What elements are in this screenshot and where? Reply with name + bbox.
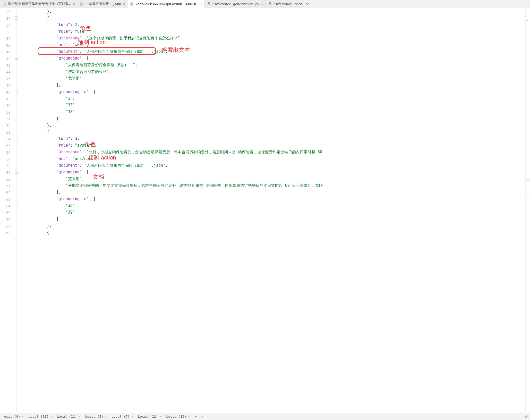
code-line: { [19,15,525,21]
terminal-tab[interactable]: Local (7)× [109,414,135,419]
terminal-overflow-button[interactable] [199,414,206,419]
code-line: { [19,229,525,236]
code-line: "role": "user", [19,28,525,35]
fold-gutter [14,8,18,413]
close-icon[interactable]: × [160,415,162,418]
code-line: }, [19,122,525,129]
fold-toggle[interactable] [15,171,18,174]
json-file-icon: {} [3,2,7,6]
ide-window: {} 国寿销售精英团体养老年金保险（万能型）.json × {} 中华尊终身寿险… [0,0,530,420]
svg-point-9 [270,3,272,5]
code-line: "grounding": [ [19,169,525,175]
close-icon[interactable]: × [50,415,52,418]
code-line: "您对本合同拥有的权利", [19,68,525,75]
python-file-icon [207,2,211,6]
expand-icon[interactable]: ⤢ [525,414,528,419]
close-icon[interactable]: × [188,415,190,418]
code-line: "document": "人保寿险百万身价两全保险（B款） .json", [19,162,525,169]
code-line: "utterance": "这个分期付的话，如果我忘记交保险费了会怎么样？", [19,35,525,41]
code-line: "宽限期" [19,75,525,82]
svg-point-7 [209,3,211,5]
terminal-tab-bar: ocal (9)× Local (10)× Local (11)× Local … [0,413,530,420]
close-icon[interactable]: × [261,2,263,6]
code-line: "33", [19,102,525,108]
code-line: ] [19,115,525,122]
fold-toggle[interactable] [15,90,18,93]
code-line: "act": "ans/open", [19,155,525,162]
tab-label: inference_generation.py [213,2,259,6]
terminal-tab[interactable]: Local (13)× [164,414,192,419]
svg-text:{}: {} [4,3,6,5]
code-line: "38", [19,202,525,209]
editor-tab-3[interactable]: inference_generation.py × [205,0,266,8]
svg-text:{}: {} [81,3,83,5]
code-line: "role": "system", [19,142,525,149]
close-icon[interactable]: × [22,415,24,418]
code-line: "act": "what", [19,41,525,48]
code-line: "人保寿险百万身价两全保险（B款） ", [19,62,525,68]
code-line: "宽限期", [19,175,525,182]
fold-toggle[interactable] [15,204,18,207]
code-line: "document": "人保寿险百万身价两全保险（B款） .json", [19,48,525,55]
fold-toggle[interactable] [15,137,18,140]
editor-right-gutter: ✓ [525,8,530,413]
editor-tab-0[interactable]: {} 国寿销售精英团体养老年金保险（万能型）.json × [0,0,77,8]
close-icon[interactable]: × [200,2,202,6]
code-viewport[interactable]: }, { "turn": 2, "role": "user", "utteran… [18,8,525,413]
close-icon[interactable]: × [123,2,125,6]
tab-label: inference_rera [274,2,302,6]
tab-label: 2adaGsLr3GGJcGKgDFoYOak1IGB6iRJi.json [136,2,198,6]
terminal-tab[interactable]: ocal (9)× [2,414,26,419]
code-line: "39" [19,209,525,216]
chevron-down-icon [201,415,204,418]
close-icon[interactable]: × [73,2,75,6]
new-terminal-button[interactable]: + [192,414,199,419]
code-line: "38" [19,108,525,115]
python-file-icon [268,2,272,6]
code-line: ], [19,82,525,88]
code-line: "1", [19,95,525,102]
editor-tab-1[interactable]: {} 中华尊终身寿险 .json × [77,0,127,8]
code-line: "utterance": "您好，分期交纳保险费的，您交纳首期保险费后，除本合同… [19,149,525,155]
line-number-gutter: 353637383940 414243444546 474849505152 5… [0,8,14,413]
code-line: }, [19,222,525,229]
fold-toggle[interactable] [15,57,18,60]
fold-toggle[interactable] [15,16,18,20]
chevron-down-icon [306,2,309,5]
tab-label: 国寿销售精英团体养老年金保险（万能型）.json [8,2,71,6]
code-line: { [19,129,525,135]
code-line: "turn": 2, [19,21,525,28]
editor-tab-4[interactable]: inference_rera [266,0,304,8]
svg-text:{}: {} [131,3,133,5]
close-icon[interactable]: × [79,415,81,418]
terminal-tab[interactable]: Local (11)× [55,414,83,419]
code-line: }, [19,8,525,15]
editor-tab-bar: {} 国寿销售精英团体养老年金保险（万能型）.json × {} 中华尊终身寿险… [0,0,530,8]
editor-tab-2[interactable]: {} 2adaGsLr3GGJcGKgDFoYOak1IGB6iRJi.json… [127,0,205,8]
terminal-tab[interactable]: Local (10)× [26,414,54,419]
code-line: "grounding": [ [19,55,525,62]
inspection-ok-icon: ✓ [526,18,528,22]
tab-label: 中华尊终身寿险 .json [86,2,121,6]
json-file-icon: {} [80,2,84,6]
code-line: "分期交纳保险费的，您交纳首期保险费后，除本合同另有约定外，若您到期未交 纳保险… [19,182,525,189]
code-line: "grounding_id": [ [19,196,525,202]
code-line: "turn": 3, [19,135,525,142]
close-icon[interactable]: × [131,415,133,418]
close-icon[interactable]: × [105,415,107,418]
code-line: ] [19,216,525,222]
code-line: ], [19,189,525,196]
json-file-icon: {} [130,2,134,6]
code-line: "grounding_id": [ [19,88,525,95]
editor-area[interactable]: 353637383940 414243444546 474849505152 5… [0,8,530,413]
tab-overflow-button[interactable] [304,0,311,8]
terminal-tab[interactable]: Local (5)× [83,414,109,419]
terminal-tab[interactable]: Local (12)× [136,414,164,419]
